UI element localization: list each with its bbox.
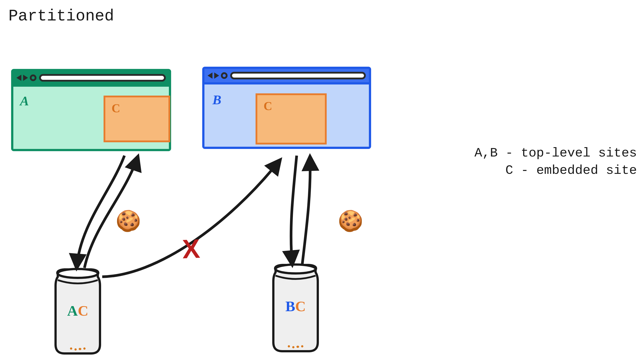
diagram-title: Partitioned [8, 7, 114, 25]
browser-b-body: B C [204, 84, 369, 147]
site-a-label: A [20, 93, 29, 109]
legend-row-1: A,B - top-level sites [474, 144, 637, 162]
back-icon [208, 72, 212, 79]
blocked-x-icon: X [182, 233, 201, 264]
reload-icon [30, 74, 36, 81]
cookie-jar-bc: BC [262, 260, 329, 354]
svg-point-8 [296, 346, 299, 348]
reload-icon [221, 72, 228, 79]
forward-icon [23, 75, 28, 81]
nav-icons [208, 72, 228, 79]
legend-row-2: C - embedded site [474, 162, 637, 179]
embedded-frame-c-in-a: C [104, 96, 170, 142]
svg-point-2 [74, 348, 77, 350]
address-bar [230, 72, 366, 79]
address-bar [39, 74, 166, 82]
jar-bc-label: BC [262, 298, 329, 315]
nav-icons [16, 74, 36, 81]
jar-b-part-c: C [295, 298, 306, 314]
svg-point-4 [83, 348, 86, 350]
back-icon [16, 75, 21, 81]
browser-b-toolbar [204, 69, 369, 84]
browser-a-toolbar [13, 71, 169, 87]
embedded-c-label-a: C [112, 101, 120, 115]
browser-a-body: A C [13, 87, 169, 149]
cookie-jar-ac: AC [44, 264, 111, 356]
jar-ac-label: AC [44, 302, 111, 319]
cookie-icon-a: 🍪 [116, 209, 141, 234]
svg-point-1 [70, 348, 72, 350]
svg-point-0 [58, 269, 98, 278]
svg-point-7 [292, 346, 294, 348]
jar-b-part-b: B [285, 298, 295, 314]
browser-window-b: B C [202, 67, 371, 149]
forward-icon [214, 72, 219, 79]
cookie-icon-b: 🍪 [338, 209, 363, 234]
jar-a-part-c: C [78, 302, 88, 319]
jar-a-part-a: A [67, 302, 78, 319]
arrow-b-to-jar-b [291, 156, 297, 264]
legend: A,B - top-level sites C - embedded site [474, 144, 637, 180]
svg-point-3 [79, 348, 81, 350]
embedded-c-label-b: C [264, 99, 272, 113]
svg-point-5 [276, 264, 316, 274]
browser-window-a: A C [11, 69, 171, 151]
svg-point-9 [301, 345, 303, 348]
embedded-frame-c-in-b: C [256, 93, 327, 144]
svg-point-6 [288, 345, 290, 348]
arrow-jar-b-to-b [302, 157, 310, 264]
site-b-label: B [212, 92, 221, 108]
